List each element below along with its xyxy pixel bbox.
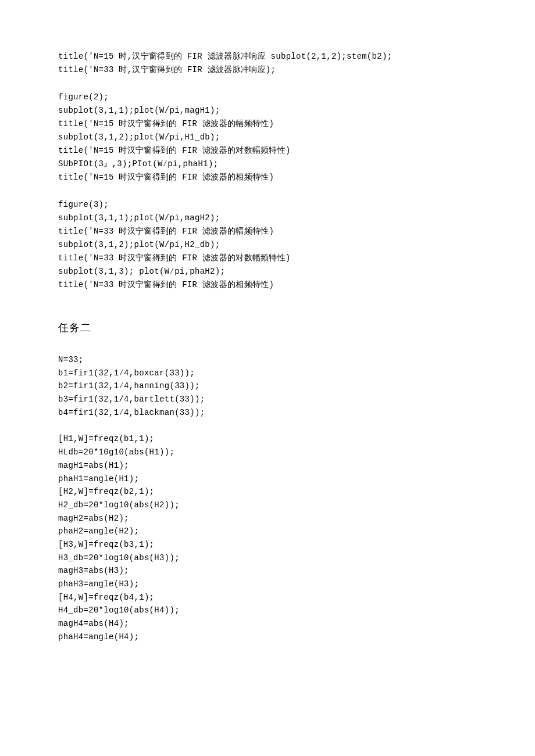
code-line: title('N=15 时,汉宁窗得到的 FIR 滤波器脉冲响应 subplot… bbox=[58, 51, 477, 63]
code-line: N=33; bbox=[58, 354, 477, 367]
code-line: HLdb=20*10g10(abs(H1)); bbox=[58, 446, 477, 459]
code-line: b2=fir1(32,1∕4,hanning(33)); bbox=[58, 380, 477, 393]
code-line: SUbPIOt(3』,3);PIot(W∕pi,phaH1); bbox=[58, 158, 477, 170]
code-line: phaH4=angle(H4); bbox=[58, 631, 477, 644]
code-block-1: title('N=15 时,汉宁窗得到的 FIR 滤波器脉冲响应 subplot… bbox=[58, 51, 477, 76]
code-line: subplot(3,1,1);plot(W/pi,magH2); bbox=[58, 212, 477, 224]
spacer bbox=[58, 77, 477, 90]
code-line: title('N=33 时汉宁窗得到的 FIR 滤波器的相频特性) bbox=[58, 279, 477, 291]
code-line: phaH2=angle(H2); bbox=[58, 525, 477, 538]
code-block-3: figure(3); subplot(3,1,1);plot(W/pi,magH… bbox=[58, 199, 477, 291]
code-line: b4=fir1(32,1∕4,blackman(33)); bbox=[58, 407, 477, 420]
code-line: phaH3=angle(H3); bbox=[58, 578, 477, 591]
code-line: figure(3); bbox=[58, 199, 477, 211]
code-line: [H3,W]=freqz(b3,1); bbox=[58, 539, 477, 551]
spacer bbox=[58, 292, 477, 316]
code-line: figure(2); bbox=[58, 91, 477, 103]
code-line: subplot(3,1,2);plot(W/pi,H2_db); bbox=[58, 239, 477, 251]
code-line: b3=fir1(32,1/4,bartlett(33)); bbox=[58, 393, 477, 406]
code-line: title('N=33 时,汉宁窗得到的 FIR 滤波器脉冲响应); bbox=[58, 64, 477, 76]
section-heading-task-two: 任务二 bbox=[58, 320, 477, 336]
code-block-4: N=33; b1=fir1(32,1∕4,boxcar(33)); b2=fir… bbox=[58, 354, 477, 419]
code-line: magH3=abs(H3); bbox=[58, 565, 477, 578]
code-line: title('N=15 时汉宁窗得到的 FIR 滤波器的幅频特性) bbox=[58, 118, 477, 130]
code-line: H4_db=20*log10(abs(H4)); bbox=[58, 604, 477, 617]
spacer bbox=[58, 185, 477, 198]
code-line: title('N=33 时汉宁窗得到的 FIR 滤波器的幅频特性) bbox=[58, 225, 477, 238]
code-line: phaH1=angle(H1); bbox=[58, 473, 477, 486]
code-line: subplot(3,1,3); plot(W∕pi,phaH2); bbox=[58, 266, 477, 278]
code-line: [H2,W]=freqz(b2,1); bbox=[58, 486, 477, 499]
code-line: H2_db=20*log10(abs(H2)); bbox=[58, 499, 477, 512]
code-line: b1=fir1(32,1∕4,boxcar(33)); bbox=[58, 367, 477, 380]
spacer bbox=[58, 420, 477, 432]
code-line: subplot(3,1,2);plot(W/pi,H1_db); bbox=[58, 131, 477, 144]
code-line: [H1,W]=freqz(b1,1); bbox=[58, 433, 477, 446]
code-line: [H4,W]=freqz(b4,1); bbox=[58, 592, 477, 604]
code-line: H3_db=20*log10(abs(H3)); bbox=[58, 552, 477, 565]
code-line: subplot(3,1,1);plot(W/pi,magH1); bbox=[58, 105, 477, 117]
code-block-2: figure(2); subplot(3,1,1);plot(W/pi,magH… bbox=[58, 91, 477, 184]
code-line: title('N=15 时汉宁窗得到的 FIR 滤波器的对数幅频特性) bbox=[58, 145, 477, 157]
code-block-5: [H1,W]=freqz(b1,1); HLdb=20*10g10(abs(H1… bbox=[58, 433, 477, 643]
code-line: title('N=33 时汉宁窗得到的 FIR 滤波器的对数幅频特性) bbox=[58, 252, 477, 264]
code-line: magH1=abs(H1); bbox=[58, 460, 477, 472]
spacer bbox=[58, 341, 477, 353]
code-line: title('N=15 时汉宁窗得到的 FIR 滤波器的相频特性) bbox=[58, 171, 477, 184]
code-line: magH4=abs(H4); bbox=[58, 618, 477, 630]
code-line: magH2=abs(H2); bbox=[58, 513, 477, 525]
